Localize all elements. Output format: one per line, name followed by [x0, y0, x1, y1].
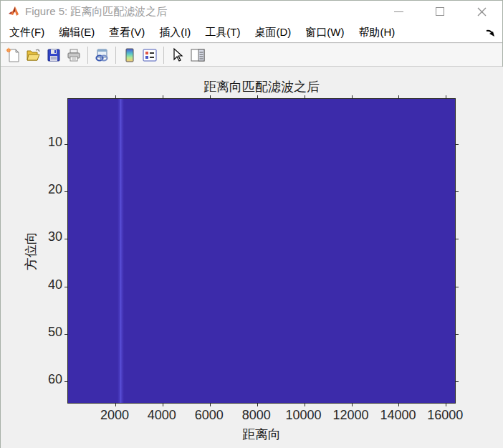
y-tick-mark: [64, 144, 67, 145]
insert-legend-button[interactable]: [140, 45, 160, 65]
x-tick-mark: [115, 404, 116, 406]
x-tick-mark: [115, 95, 116, 98]
x-tick-mark: [257, 95, 258, 98]
y-tick-mark: [456, 381, 459, 382]
x-tick-label: 4000: [148, 408, 176, 423]
toolbar-separator: [115, 47, 116, 64]
y-tick-mark: [64, 191, 67, 192]
menu-item[interactable]: 工具(T): [198, 22, 247, 42]
menu-item[interactable]: 桌面(D): [247, 22, 298, 42]
menu-item[interactable]: 编辑(E): [52, 22, 102, 42]
x-tick-label: 14000: [380, 408, 416, 423]
y-tick-mark: [64, 287, 67, 287]
y-tick-mark: [456, 191, 459, 192]
y-tick-label: 30: [48, 230, 62, 245]
x-tick-mark: [446, 95, 446, 98]
x-axis-label: 距离向: [67, 426, 456, 443]
y-tick-mark: [456, 239, 459, 239]
heatmap-image: [68, 99, 455, 403]
link-plot-icon: [94, 47, 110, 63]
x-tick-label: 12000: [332, 408, 368, 423]
edit-plot-icon: [170, 47, 186, 63]
x-tick-mark: [163, 404, 163, 406]
x-tick-mark: [210, 95, 211, 98]
x-tick-mark: [446, 404, 446, 406]
x-tick-mark: [352, 95, 353, 98]
x-tick-mark: [257, 404, 258, 406]
title-bar: Figure 5: 距离向匹配滤波之后: [1, 1, 502, 22]
x-tick-mark: [305, 404, 305, 406]
x-tick-mark: [305, 95, 305, 98]
insert-colorbar-button[interactable]: [120, 45, 140, 65]
y-tick-label: 60: [48, 373, 62, 388]
menu-item[interactable]: 查看(V): [102, 22, 152, 42]
y-tick-mark: [64, 239, 67, 239]
y-tick-mark: [64, 334, 67, 335]
menu-bar: 文件(F)编辑(E)查看(V)插入(I)工具(T)桌面(D)窗口(W)帮助(H): [1, 22, 502, 43]
y-tick-label: 50: [48, 325, 62, 340]
window-controls: [378, 1, 502, 22]
insert-legend-icon: [142, 47, 158, 63]
x-tick-label: 16000: [427, 408, 463, 423]
toolbar-separator: [163, 47, 164, 64]
edit-plot-button[interactable]: [168, 45, 188, 65]
x-tick-mark: [163, 95, 163, 98]
window-title: Figure 5: 距离向匹配滤波之后: [25, 5, 167, 19]
menu-item[interactable]: 帮助(H): [351, 22, 402, 42]
figure-canvas: 距离向匹配滤波之后 方位向 102030405060 2000400060008…: [1, 67, 503, 448]
new-figure-button[interactable]: [4, 45, 24, 65]
close-button[interactable]: [461, 1, 502, 22]
new-figure-icon: [6, 47, 21, 63]
link-plot-button[interactable]: [92, 45, 112, 65]
print-figure-button[interactable]: [64, 45, 84, 65]
insert-colorbar-icon: [122, 47, 138, 63]
matlab-figure-window: Figure 5: 距离向匹配滤波之后 文件(F)编辑(E)查看(V)插入(I)…: [0, 0, 503, 448]
maximize-button[interactable]: [419, 1, 461, 22]
x-tick-mark: [398, 95, 399, 98]
x-tick-labels: 200040006000800010000120001400016000: [67, 408, 456, 422]
save-figure-button[interactable]: [44, 45, 64, 65]
y-tick-mark: [456, 287, 459, 287]
bright-line: [118, 99, 124, 403]
minimize-button[interactable]: [378, 1, 419, 22]
toolbar-separator: [87, 47, 88, 64]
open-file-icon: [26, 47, 42, 63]
y-tick-label: 10: [48, 135, 62, 150]
x-tick-label: 6000: [195, 408, 224, 423]
print-figure-icon: [66, 47, 82, 63]
menu-item[interactable]: 插入(I): [152, 22, 198, 42]
y-tick-labels: 102030405060: [1, 98, 62, 404]
open-file-button[interactable]: [24, 45, 44, 65]
x-tick-mark: [398, 404, 399, 406]
y-tick-mark: [456, 144, 459, 145]
save-figure-icon: [46, 47, 62, 63]
y-tick-label: 20: [48, 183, 62, 198]
matlab-logo-icon: [8, 6, 20, 17]
dock-figure-arrow-icon[interactable]: [485, 27, 497, 39]
minimize-icon: [394, 11, 403, 12]
y-tick-label: 40: [48, 277, 62, 292]
x-tick-mark: [210, 404, 211, 406]
y-tick-mark: [456, 334, 459, 335]
property-inspector-icon: [190, 47, 206, 63]
x-tick-mark: [352, 404, 353, 406]
y-tick-mark: [64, 381, 67, 382]
menu-item[interactable]: 窗口(W): [298, 22, 351, 42]
property-inspector-button[interactable]: [188, 45, 208, 65]
plot-area[interactable]: [67, 98, 456, 404]
menu-item[interactable]: 文件(F): [2, 22, 52, 42]
maximize-icon: [436, 7, 444, 16]
close-icon: [477, 7, 487, 16]
x-tick-label: 10000: [286, 408, 322, 423]
figure-toolbar: [1, 44, 502, 67]
plot-title: 距离向匹配滤波之后: [67, 78, 456, 95]
x-tick-label: 8000: [242, 408, 271, 423]
x-tick-label: 2000: [100, 408, 129, 423]
